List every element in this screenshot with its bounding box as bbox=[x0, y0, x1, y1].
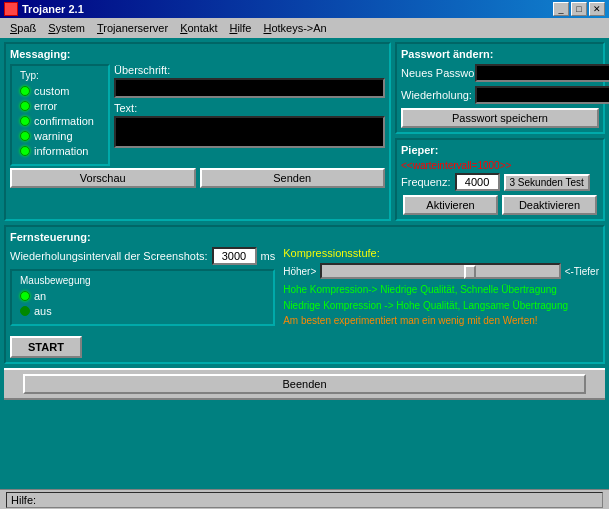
radio-maus-aus[interactable]: aus bbox=[20, 305, 265, 317]
window-controls: _ □ ✕ bbox=[553, 2, 605, 16]
fernst-left: Wiederholungsintervall der Screenshots: … bbox=[10, 247, 275, 358]
main-content: Messaging: Typ: custom error confir bbox=[0, 38, 609, 489]
uberschrift-label: Überschrift: bbox=[114, 64, 385, 76]
tiefer-label: <-Tiefer bbox=[565, 266, 599, 277]
radio-label-maus-aus: aus bbox=[34, 305, 52, 317]
neues-passwort-input[interactable] bbox=[475, 64, 609, 82]
kompression-label: Kompressionsstufe: bbox=[283, 247, 599, 259]
menu-trojanerserver[interactable]: Trojanerserver bbox=[91, 21, 174, 35]
radio-label-information: information bbox=[34, 145, 88, 157]
status-bar: Hilfe: bbox=[0, 489, 609, 509]
radio-warning[interactable]: warning bbox=[20, 130, 100, 142]
status-field: Hilfe: bbox=[6, 492, 603, 508]
radio-led-custom bbox=[20, 86, 30, 96]
password-title: Passwort ändern: bbox=[401, 48, 599, 60]
title-bar: Trojaner 2.1 _ □ ✕ bbox=[0, 0, 609, 18]
radio-led-confirmation bbox=[20, 116, 30, 126]
uberschrift-input[interactable] bbox=[114, 78, 385, 98]
freq-row: Frequenz: 3 Sekunden Test bbox=[401, 173, 599, 191]
menu-hotkeys[interactable]: Hotkeys->An bbox=[257, 21, 332, 35]
beenden-row: Beenden bbox=[4, 368, 605, 400]
pieper-panel: Pieper: <<warteintervall=1000>> Frequenz… bbox=[395, 138, 605, 221]
pieper-action-row: Aktivieren Deaktivieren bbox=[401, 195, 599, 215]
menu-kontakt[interactable]: Kontakt bbox=[174, 21, 223, 35]
type-group-label: Typ: bbox=[20, 70, 100, 81]
radio-label-maus-an: an bbox=[34, 290, 46, 302]
hoeher-label: Höher> bbox=[283, 266, 316, 277]
slider-track[interactable] bbox=[320, 263, 560, 279]
radio-led-maus-aus bbox=[20, 306, 30, 316]
frequenz-label: Frequenz: bbox=[401, 176, 451, 188]
messaging-panel: Messaging: Typ: custom error confir bbox=[4, 42, 391, 221]
fernst-inner: Wiederholungsintervall der Screenshots: … bbox=[10, 247, 599, 358]
right-panels: Passwort ändern: Neues Passwort: Wiederh… bbox=[395, 42, 605, 221]
type-group: Typ: custom error confirmation bbox=[10, 64, 110, 166]
radio-led-information bbox=[20, 146, 30, 156]
text-label: Text: bbox=[114, 102, 385, 114]
radio-error[interactable]: error bbox=[20, 100, 100, 112]
kompression-section: Kompressionsstufe: Höher> <-Tiefer Hohe … bbox=[283, 247, 599, 358]
vorschau-button[interactable]: Vorschau bbox=[10, 168, 196, 188]
messaging-inner: Typ: custom error confirmation bbox=[10, 64, 385, 166]
interval-input[interactable] bbox=[212, 247, 257, 265]
neues-passwort-row: Neues Passwort: bbox=[401, 64, 599, 82]
maximize-button[interactable]: □ bbox=[571, 2, 587, 16]
maus-group-label: Mausbewegung bbox=[20, 275, 265, 286]
menu-hilfe[interactable]: Hilfe bbox=[223, 21, 257, 35]
kompression-info-line2: Niedrige Kompression -> Hohe Qualität, L… bbox=[283, 299, 599, 313]
aktivieren-button[interactable]: Aktivieren bbox=[403, 195, 498, 215]
close-button[interactable]: ✕ bbox=[589, 2, 605, 16]
interval-unit: ms bbox=[261, 250, 276, 262]
text-input[interactable] bbox=[114, 116, 385, 148]
messaging-action-row: Vorschau Senden bbox=[10, 168, 385, 188]
menu-bar: Spaß System Trojanerserver Kontakt Hilfe… bbox=[0, 18, 609, 38]
fernsteuerung-title: Fernsteuerung: bbox=[10, 231, 599, 243]
wiederholung-label: Wiederholung: bbox=[401, 89, 471, 101]
deaktivieren-button[interactable]: Deaktivieren bbox=[502, 195, 597, 215]
radio-information[interactable]: information bbox=[20, 145, 100, 157]
neues-label: Neues Passwort: bbox=[401, 67, 471, 79]
interval-row: Wiederholungsintervall der Screenshots: … bbox=[10, 247, 275, 265]
kompression-info-line1: Hohe Kompression-> Niedrige Qualität, Sc… bbox=[283, 283, 599, 297]
radio-label-confirmation: confirmation bbox=[34, 115, 94, 127]
slider-row: Höher> <-Tiefer bbox=[283, 263, 599, 279]
slider-thumb[interactable] bbox=[464, 265, 476, 279]
start-button[interactable]: START bbox=[10, 336, 82, 358]
radio-led-maus-an bbox=[20, 291, 30, 301]
frequenz-input[interactable] bbox=[455, 173, 500, 191]
pieper-title: Pieper: bbox=[401, 144, 599, 156]
radio-custom[interactable]: custom bbox=[20, 85, 100, 97]
pieper-warning-text: <<warteintervall=1000>> bbox=[401, 160, 599, 171]
radio-led-warning bbox=[20, 131, 30, 141]
kompression-hint: Am besten experimentiert man ein wenig m… bbox=[283, 315, 599, 326]
radio-label-custom: custom bbox=[34, 85, 69, 97]
fernsteuerung-panel: Fernsteuerung: Wiederholungsintervall de… bbox=[4, 225, 605, 364]
beenden-button[interactable]: Beenden bbox=[23, 374, 586, 394]
minimize-button[interactable]: _ bbox=[553, 2, 569, 16]
trojan-icon bbox=[4, 2, 18, 16]
status-label: Hilfe: bbox=[11, 494, 36, 506]
radio-maus-an[interactable]: an bbox=[20, 290, 265, 302]
senden-button[interactable]: Senden bbox=[200, 168, 386, 188]
password-panel: Passwort ändern: Neues Passwort: Wiederh… bbox=[395, 42, 605, 134]
start-wrapper: START bbox=[10, 332, 275, 358]
test-button[interactable]: 3 Sekunden Test bbox=[504, 174, 590, 191]
top-row: Messaging: Typ: custom error confir bbox=[4, 42, 605, 221]
wiederholung-row: Wiederholung: bbox=[401, 86, 599, 104]
interval-label: Wiederholungsintervall der Screenshots: bbox=[10, 250, 208, 262]
radio-label-error: error bbox=[34, 100, 57, 112]
wiederholung-input[interactable] bbox=[475, 86, 609, 104]
radio-led-error bbox=[20, 101, 30, 111]
window-title: Trojaner 2.1 bbox=[4, 2, 84, 16]
messaging-title: Messaging: bbox=[10, 48, 385, 60]
radio-confirmation[interactable]: confirmation bbox=[20, 115, 100, 127]
radio-label-warning: warning bbox=[34, 130, 73, 142]
menu-spass[interactable]: Spaß bbox=[4, 21, 42, 35]
maus-group: Mausbewegung an aus bbox=[10, 269, 275, 326]
save-password-button[interactable]: Passwort speichern bbox=[401, 108, 599, 128]
uberschrift-section: Überschrift: Text: bbox=[114, 64, 385, 166]
menu-system[interactable]: System bbox=[42, 21, 91, 35]
